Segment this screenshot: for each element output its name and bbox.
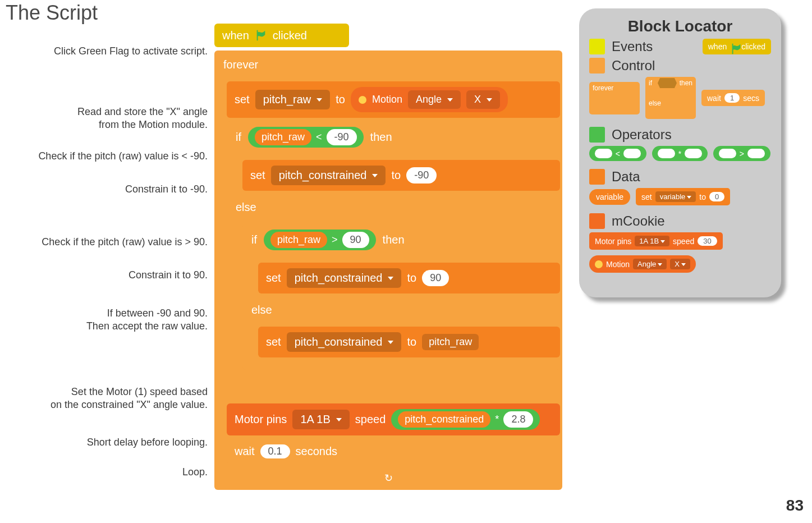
page-title: The Script [6,1,98,25]
wait-label: wait [235,445,255,458]
mini-wait-label: wait [707,94,721,103]
annotation-read-x-2: from the Motion module. [34,118,208,131]
mini-motion-label: Motion [606,260,630,269]
mini-gt-slot2[interactable] [747,149,765,158]
mini-motor-pins[interactable]: Motor pins 1A 1B speed 30 [589,232,723,250]
block-locator-panel: Block Locator Events when clicked Contro… [579,8,781,297]
mini-when-clicked[interactable]: when clicked [703,39,771,54]
mini-clicked-label: clicked [741,42,765,51]
to-label-4: to [407,336,416,348]
mini-motion[interactable]: Motion Angle X [589,255,696,273]
mini-gt[interactable]: > [713,146,770,161]
clicked-label: clicked [273,29,307,42]
cat-mcookie: mCookie [589,213,771,229]
block-when-clicked[interactable]: when clicked [214,24,349,47]
annotation-constrain-neg: Constrain it to -90. [34,183,208,196]
green-flag-icon [255,29,267,42]
set-label-2: set [250,169,265,182]
mini-set-variable[interactable]: set variable to 0 [636,188,730,205]
lt-symbol: < [316,131,322,143]
mini-pins[interactable]: 1A 1B [635,236,669,246]
block-if-lt[interactable]: if pitch_raw < -90 then set pitch_constr… [227,121,560,382]
dropdown-pitch-constrained-1[interactable]: pitch_constrained [271,166,386,185]
operator-mult[interactable]: pitch_constrained * 2.8 [391,409,540,430]
forever-foot: ↻ [214,470,562,487]
forever-label: forever [214,54,562,76]
dropdown-angle[interactable]: Angle [408,90,461,109]
then-label: then [370,131,392,144]
dropdown-pitch-raw[interactable]: pitch_raw [255,90,331,109]
seconds-label: seconds [296,445,338,458]
else-label-1: else [227,198,560,217]
motor-pins-label: Motor pins [235,413,287,426]
cat-events: Events when clicked [589,39,771,54]
num-neg90[interactable]: -90 [327,129,357,145]
speed-label: speed [355,413,386,426]
operator-lt[interactable]: pitch_raw < -90 [248,127,364,148]
mini-variable-pill[interactable]: variable [589,189,630,205]
block-set-constrained-raw[interactable]: set pitch_constrained to pitch_raw [258,327,560,357]
num-neg90-2[interactable]: -90 [406,167,437,183]
set-label: set [235,93,250,106]
label-mcookie: mCookie [612,213,665,229]
mini-star[interactable]: * [652,146,708,161]
operator-gt[interactable]: pitch_raw > 90 [264,230,376,250]
block-set-constrained-90[interactable]: set pitch_constrained to 90 [258,263,560,293]
mini-lt-slot1[interactable] [595,149,612,158]
annotation-delay: Short delay before looping. [34,436,208,449]
dropdown-pitch-constrained-2[interactable]: pitch_constrained [287,268,402,288]
data-blocks: variable set variable to 0 [589,188,771,205]
mini-then-label: then [680,79,692,87]
if-label-2: if [251,233,257,246]
mini-gt-symbol: > [740,149,744,158]
mini-bulb-icon [595,260,603,268]
cat-operators: Operators [589,127,771,143]
mini-star-slot2[interactable] [685,149,702,158]
mcookie-blocks: Motor pins 1A 1B speed 30 Motion Angle X [589,232,771,273]
mini-star-slot1[interactable] [658,149,675,158]
num-2-8[interactable]: 2.8 [503,411,533,428]
mini-if-then-else[interactable]: if then else [645,77,696,119]
block-motor-pins[interactable]: Motor pins 1A 1B speed pitch_constrained… [227,403,560,435]
mini-forever[interactable]: forever [589,82,640,114]
dropdown-x[interactable]: X [466,90,500,109]
mini-wait-val[interactable]: 1 [724,93,740,103]
mini-lt[interactable]: < [589,146,646,161]
num-90-2[interactable]: 90 [422,270,449,286]
mini-x[interactable]: X [670,259,690,269]
mini-wait[interactable]: wait 1 secs [701,90,765,106]
block-set-constrained-neg90[interactable]: set pitch_constrained to -90 [242,160,560,191]
mini-lt-slot2[interactable] [623,149,641,158]
dropdown-pitch-constrained-3[interactable]: pitch_constrained [287,332,402,352]
wait-value[interactable]: 0.1 [260,444,290,458]
script-area: when clicked forever set pitch_raw to Mo… [214,24,562,490]
block-set-pitch-raw[interactable]: set pitch_raw to Motion Angle X [227,81,560,118]
mini-30[interactable]: 30 [698,236,717,246]
annotation-loop: Loop. [34,466,208,479]
mini-when-label: when [708,42,727,51]
mini-gt-slot1[interactable] [719,149,736,158]
operator-blocks: < * > [589,146,771,161]
label-operators: Operators [612,127,672,143]
mini-zero[interactable]: 0 [709,192,724,201]
mini-angle[interactable]: Angle [633,259,667,269]
swatch-data [589,169,605,185]
block-motion-angle-x[interactable]: Motion Angle X [351,87,508,112]
block-forever[interactable]: forever set pitch_raw to Motion Angle X … [214,51,562,490]
bulb-icon [359,96,366,104]
control-blocks: forever if then else wait 1 secs [589,77,771,119]
dropdown-pins[interactable]: 1A 1B [292,410,349,429]
mini-var-dropdown[interactable]: variable [655,191,696,202]
motion-label: Motion [372,94,402,105]
value-pitch-raw: pitch_raw [422,334,479,350]
annotation-read-x-1: Read and store the "X" angle [34,105,208,118]
annotation-check-gt: Check if the pitch (raw) value is > 90. [17,236,208,249]
mini-to-label: to [699,192,706,201]
block-wait[interactable]: wait 0.1 seconds [227,439,560,464]
to-label-2: to [391,169,401,182]
mini-forever-label: forever [593,84,613,92]
num-90[interactable]: 90 [342,232,369,248]
block-if-gt[interactable]: if pitch_raw > 90 then set pitch_co [242,224,560,370]
annotation-motor-2: on the constrained "X" angle value. [34,398,208,411]
mini-secs-label: secs [743,94,759,103]
